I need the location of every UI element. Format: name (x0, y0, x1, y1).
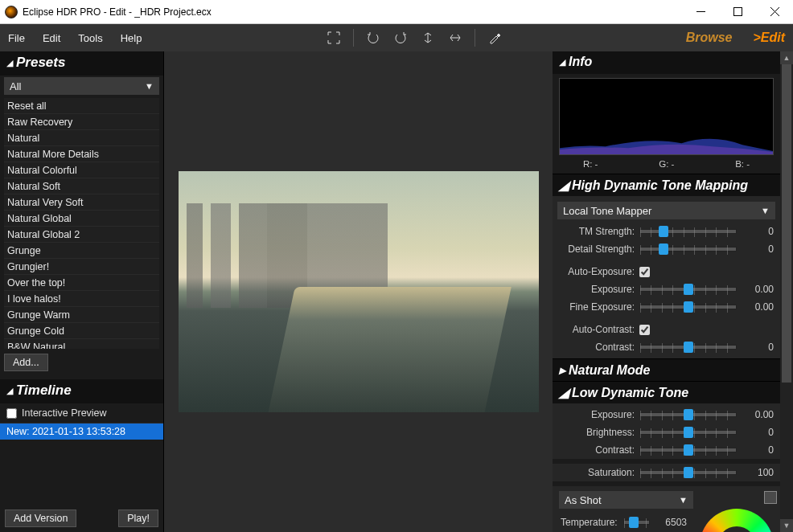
preview-image (179, 171, 539, 412)
app-icon (5, 6, 18, 18)
rotate-ccw-icon[interactable] (365, 30, 381, 46)
chevron-down-icon: ▼ (679, 495, 688, 505)
preset-item[interactable]: Grunge (4, 243, 159, 259)
collapse-icon: ◢ (6, 58, 13, 68)
scroll-down-button[interactable]: ▼ (780, 519, 793, 532)
menu-tools[interactable]: Tools (78, 32, 102, 44)
color-wheel[interactable] (700, 491, 774, 532)
chevron-down-icon: ▼ (145, 81, 154, 91)
auto-exposure-row[interactable]: Auto-Exposure: (553, 263, 780, 280)
preset-item[interactable]: B&W Natural (4, 339, 159, 349)
image-viewport[interactable] (164, 51, 553, 532)
preset-item[interactable]: Natural Very Soft (4, 194, 159, 211)
natural-mode-panel-header[interactable]: ▸ Natural Mode (553, 359, 780, 381)
hdtm-contrast-slider[interactable]: Contrast:0 (553, 338, 780, 356)
preset-item[interactable]: Grunge Cold (4, 323, 159, 339)
detail-strength-slider[interactable]: Detail Strength:0 (553, 240, 780, 258)
chevron-down-icon: ▼ (761, 206, 770, 215)
add-version-button[interactable]: Add Version (5, 509, 76, 527)
minimize-button[interactable] (682, 0, 719, 24)
preset-item[interactable]: Natural Global (4, 211, 159, 227)
mode-browse[interactable]: Browse (686, 31, 733, 45)
preset-item[interactable]: Reset all (4, 98, 159, 114)
white-balance-dropdown[interactable]: As Shot ▼ (559, 491, 693, 509)
menu-bar: File Edit Tools Help Browse >Edit (0, 24, 793, 51)
hdtm-panel-header[interactable]: ◢ High Dynamic Tone Mapping (553, 174, 780, 196)
title-bar: Eclipse HDR PRO - Edit - _HDR Project.ec… (0, 0, 793, 24)
preset-list: Reset allRaw RecoveryNaturalNatural More… (4, 98, 159, 349)
collapse-icon: ◢ (559, 178, 569, 193)
auto-contrast-checkbox[interactable] (639, 325, 650, 335)
ldt-saturation-slider[interactable]: Saturation:100 (553, 464, 780, 481)
preset-category-dropdown[interactable]: All ▼ (4, 77, 159, 95)
collapse-icon: ◢ (559, 57, 565, 68)
color-picker-icon[interactable] (487, 30, 503, 46)
ldt-brightness-slider[interactable]: Brightness:0 (553, 424, 780, 441)
flip-horizontal-icon[interactable] (447, 30, 463, 46)
preset-item[interactable]: Natural Soft (4, 178, 159, 194)
preset-item[interactable]: Raw Recovery (4, 114, 159, 130)
menu-file[interactable]: File (8, 32, 25, 44)
hdtm-exposure-slider[interactable]: Exposure:0.00 (553, 280, 780, 298)
rotate-cw-icon[interactable] (392, 30, 409, 46)
collapse-icon: ◢ (559, 385, 569, 400)
window-title: Eclipse HDR PRO - Edit - _HDR Project.ec… (23, 6, 212, 18)
presets-panel-header[interactable]: ◢ Presets (0, 51, 163, 76)
timeline-version-item[interactable]: New: 2021-01-13 13:53:28 (0, 424, 163, 440)
preset-item[interactable]: Natural Global 2 (4, 227, 159, 243)
expand-icon: ▸ (559, 362, 565, 378)
info-panel-header[interactable]: ◢ Info (553, 51, 780, 74)
fit-screen-icon[interactable] (326, 30, 342, 46)
histogram (559, 78, 774, 155)
ldt-contrast-slider[interactable]: Contrast:0 (553, 441, 780, 459)
fine-exposure-slider[interactable]: Fine Exposure:0.00 (553, 298, 780, 316)
flip-vertical-icon[interactable] (420, 30, 436, 46)
preset-item[interactable]: Natural Colorful (4, 162, 159, 178)
play-button[interactable]: Play! (118, 509, 158, 527)
preset-item[interactable]: Natural (4, 130, 159, 146)
collapse-icon: ◢ (6, 386, 13, 396)
mode-edit[interactable]: >Edit (753, 31, 785, 45)
preset-item[interactable]: I love halos! (4, 291, 159, 307)
interactive-preview-checkbox[interactable] (6, 408, 17, 419)
tone-mapper-dropdown[interactable]: Local Tone Mapper ▼ (557, 202, 775, 219)
preset-item[interactable]: Grungier! (4, 259, 159, 275)
auto-contrast-row[interactable]: Auto-Contrast: (553, 321, 780, 338)
ldt-exposure-slider[interactable]: Exposure:0.00 (553, 406, 780, 424)
color-swatch[interactable] (764, 491, 777, 504)
temperature-slider[interactable]: Temperature:6503 (559, 514, 693, 531)
add-preset-button[interactable]: Add... (4, 354, 48, 371)
preset-item[interactable]: Natural More Details (4, 146, 159, 162)
preset-item[interactable]: Grunge Warm (4, 307, 159, 323)
menu-help[interactable]: Help (121, 32, 142, 44)
auto-exposure-checkbox[interactable] (639, 267, 650, 277)
maximize-button[interactable] (719, 0, 756, 24)
svg-rect-1 (733, 8, 742, 16)
close-button[interactable] (756, 0, 793, 24)
scroll-up-button[interactable]: ▲ (780, 51, 793, 64)
right-scrollbar[interactable]: ▲ ▼ (780, 51, 793, 532)
ldt-panel-header[interactable]: ◢ Low Dynamic Tone (553, 382, 780, 403)
interactive-preview-row[interactable]: Interactive Preview (0, 403, 163, 424)
rgb-readout: R: - G: - B: - (553, 158, 780, 174)
preset-item[interactable]: Over the top! (4, 275, 159, 291)
scrollbar-thumb[interactable] (782, 64, 791, 383)
menu-edit[interactable]: Edit (43, 32, 60, 44)
tm-strength-slider[interactable]: TM Strength:0 (553, 223, 780, 240)
timeline-panel-header[interactable]: ◢ Timeline (0, 379, 163, 403)
